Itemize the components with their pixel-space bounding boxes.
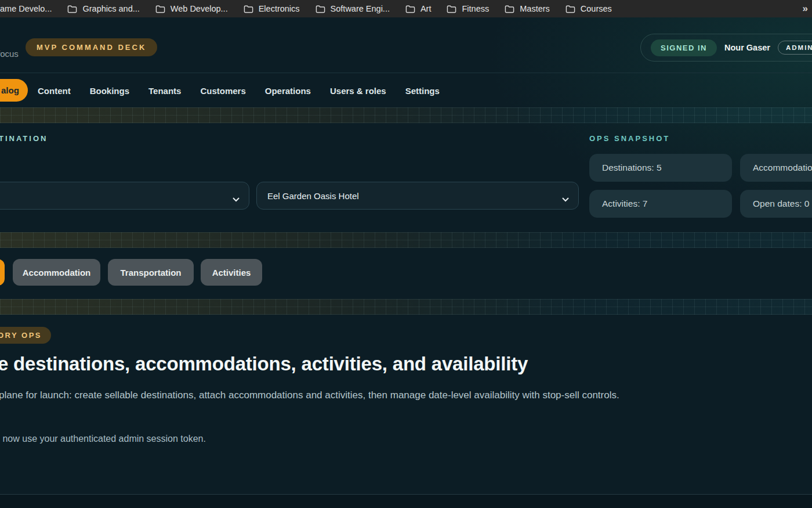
mvp-command-deck-badge: MVP COMMAND DECK: [26, 38, 157, 56]
bookmark-item[interactable]: Web Develop...: [155, 4, 228, 13]
category-button-accommodation[interactable]: Accommodation: [13, 259, 100, 286]
chevron-down-icon: [233, 194, 240, 204]
bookmark-label: Graphics and...: [82, 4, 139, 13]
folder-icon: [405, 5, 415, 13]
bookmark-item[interactable]: Software Engi...: [316, 4, 390, 13]
bookmark-label: Courses: [581, 4, 612, 13]
bookmark-item[interactable]: Art: [405, 4, 432, 13]
accommodation-select-value: Eel Garden Oasis Hotel: [267, 191, 359, 201]
app-logo: focus: [0, 49, 19, 59]
bookmark-label: ame Develo...: [0, 4, 52, 13]
snapshot-card-open-dates: Open dates: 0: [740, 190, 812, 218]
category-button-active-cut[interactable]: [0, 259, 5, 286]
folder-icon: [244, 5, 253, 13]
folder-icon: [155, 5, 165, 13]
bookmark-item[interactable]: Fitness: [447, 4, 489, 13]
admin-role-badge: ADMIN: [778, 41, 812, 55]
tab-settings[interactable]: Settings: [405, 86, 440, 96]
chevron-down-icon: [562, 194, 569, 204]
bookmark-item[interactable]: Graphics and...: [67, 4, 139, 13]
session-pill: SIGNED IN Nour Gaser ADMIN: [640, 34, 812, 62]
app-window: focus MVP COMMAND DECK SIGNED IN Nour Ga…: [0, 17, 812, 508]
main-nav: alog Content Bookings Tenants Customers …: [0, 73, 812, 108]
category-button-activities[interactable]: Activities: [201, 259, 262, 286]
tab-catalog-active[interactable]: alog: [0, 79, 28, 102]
bookmark-item[interactable]: Courses: [566, 4, 612, 13]
destination-select[interactable]: [0, 182, 249, 210]
bookmarks-overflow-chevron[interactable]: »: [797, 0, 808, 17]
accommodation-select[interactable]: Eel Garden Oasis Hotel: [256, 182, 579, 210]
page-title: e destinations, accommodations, activiti…: [0, 353, 694, 375]
session-token-note: s now use your authenticated admin sessi…: [0, 434, 206, 444]
folder-icon: [67, 5, 77, 13]
decorative-grid-band: [0, 107, 812, 123]
snapshot-card-destinations: Destinations: 5: [589, 154, 732, 182]
ops-snapshot-label: OPS SNAPSHOT: [589, 134, 670, 143]
bookmark-item[interactable]: Electronics: [244, 4, 300, 13]
tab-tenants[interactable]: Tenants: [148, 86, 181, 96]
folder-icon: [447, 5, 456, 13]
bookmark-label: Software Engi...: [331, 4, 390, 13]
signed-in-badge: SIGNED IN: [651, 39, 717, 56]
nav-tabs: Content Bookings Tenants Customers Opera…: [38, 86, 440, 96]
decorative-grid-band: [0, 232, 812, 248]
bookmark-label: Electronics: [259, 4, 300, 13]
snapshot-card-accommodations: Accommodatio: [740, 154, 812, 182]
footer-divider-zone: [0, 494, 812, 508]
inventory-ops-badge: ORY OPS: [0, 327, 51, 344]
bookmarks-bar: ame Develo... Graphics and... Web Develo…: [0, 0, 812, 17]
page-description: plane for launch: create sellable destin…: [0, 390, 799, 401]
bookmark-item[interactable]: ame Develo...: [0, 4, 52, 13]
decorative-grid-band: [0, 299, 812, 315]
tab-content[interactable]: Content: [38, 86, 71, 96]
folder-icon: [316, 5, 325, 13]
folder-icon: [505, 5, 514, 13]
category-button-transportation[interactable]: Transportation: [108, 259, 194, 286]
bookmark-label: Masters: [520, 4, 550, 13]
bookmark-label: Web Develop...: [171, 4, 228, 13]
tab-users-roles[interactable]: Users & roles: [330, 86, 386, 96]
bookmark-item[interactable]: Masters: [505, 4, 550, 13]
tab-customers[interactable]: Customers: [200, 86, 245, 96]
tab-bookings[interactable]: Bookings: [90, 86, 129, 96]
folder-icon: [566, 5, 575, 13]
user-name: Nour Gaser: [724, 43, 770, 52]
bookmark-label: Art: [420, 4, 432, 13]
tab-operations[interactable]: Operations: [265, 86, 311, 96]
bookmark-label: Fitness: [462, 4, 489, 13]
snapshot-card-activities: Activities: 7: [589, 190, 732, 218]
destination-section-label: TINATION: [0, 134, 48, 143]
